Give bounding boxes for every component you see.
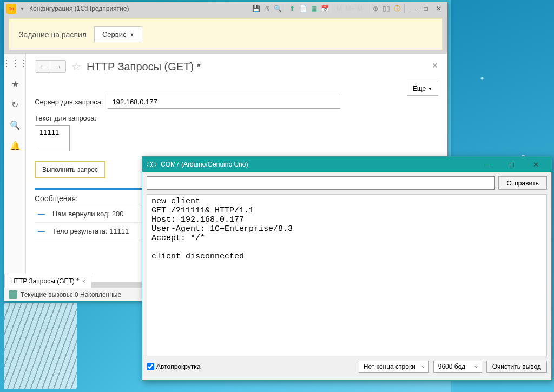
toolbar: 💾 🖨 🔍 ⬆ 📄 ▦ 📅 M M+ M- ⊕ ▯▯ ⓘ — □ ✕ <box>251 4 445 14</box>
autoscroll-checkbox[interactable]: Автопрокрутка <box>147 363 200 370</box>
baud-rate-wrap: 9600 бод <box>433 361 482 373</box>
server-label: Сервер для запроса: <box>35 98 103 106</box>
autoscroll-label: Автопрокрутка <box>156 363 200 370</box>
minimize-button[interactable]: — <box>477 158 499 171</box>
line-ending-wrap: Нет конца строки <box>359 361 429 373</box>
titlebar-1c[interactable]: 1c ▼ Конфигурация (1С:Предприятие) 💾 🖨 🔍… <box>4 2 447 15</box>
tab-bar: HTTP Запросы (GET) * × <box>4 274 91 288</box>
server-row: Сервер для запроса: <box>35 95 438 109</box>
nav-forward-button[interactable]: → <box>50 61 65 72</box>
serial-command-input[interactable] <box>147 176 495 190</box>
nav-back-button[interactable]: ← <box>35 61 50 72</box>
chevron-down-icon: ▼ <box>130 32 135 37</box>
tab-close-icon[interactable]: × <box>82 278 85 284</box>
minimize-button[interactable]: — <box>407 4 419 14</box>
more-button[interactable]: Еще ▼ <box>407 82 438 96</box>
history-icon[interactable]: ↻ <box>10 99 21 110</box>
compare-icon[interactable]: ⬆ <box>287 4 297 14</box>
yellow-header-bar: Задание на распил Сервис ▼ <box>9 18 443 50</box>
apps-grid-icon[interactable]: ⋮⋮⋮ <box>10 58 21 69</box>
dash-icon: — <box>38 210 45 218</box>
line-ending-select[interactable]: Нет конца строки <box>359 361 429 373</box>
zoom-icon[interactable]: ⊕ <box>371 4 380 14</box>
serial-selects: Нет конца строки 9600 бод Очистить вывод <box>359 361 547 373</box>
separator <box>285 4 285 13</box>
close-button[interactable]: ✕ <box>433 4 445 14</box>
separator <box>368 4 368 13</box>
notifications-bell-icon[interactable]: 🔔 <box>10 140 21 151</box>
text-input[interactable]: 11111 <box>35 125 70 151</box>
status-text: Текущие вызовы: 0 Накопленные <box>21 291 121 298</box>
separator <box>404 4 405 13</box>
memory-m-icon[interactable]: M <box>334 4 344 14</box>
serial-output[interactable]: new client GET /?11111& HTTP/1.1 Host: 1… <box>147 194 547 356</box>
left-toolbar: ⋮⋮⋮ ★ ↻ 🔍 🔔 <box>4 54 26 282</box>
window-arduino-serial: COM7 (Arduino/Genuino Uno) — □ ✕ Отправи… <box>142 156 552 381</box>
serial-input-row: Отправить <box>142 172 551 194</box>
serial-bottom-bar: Автопрокрутка Нет конца строки 9600 бод … <box>142 356 551 377</box>
separator <box>332 4 332 13</box>
titlebar-arduino[interactable]: COM7 (Arduino/Genuino Uno) — □ ✕ <box>142 157 551 172</box>
window-controls: — □ ✕ <box>477 158 547 171</box>
favorite-toggle-icon[interactable]: ☆ <box>71 60 81 73</box>
dash-icon: — <box>38 227 45 235</box>
tab-http-requests[interactable]: HTTP Запросы (GET) * × <box>4 274 91 288</box>
baud-rate-select[interactable]: 9600 бод <box>433 361 482 373</box>
status-indicator-icon <box>9 290 17 299</box>
window-title: Конфигурация (1С:Предприятие) <box>29 5 129 12</box>
clear-output-button[interactable]: Очистить вывод <box>486 361 547 373</box>
service-button[interactable]: Сервис ▼ <box>94 26 142 42</box>
nav-arrows: ← → <box>35 60 66 73</box>
execute-button[interactable]: Выполнить запрос <box>35 161 105 178</box>
arduino-logo-icon <box>147 161 156 168</box>
page-title: HTTP Запросы (GET) * <box>87 61 201 73</box>
arduino-title: COM7 (Arduino/Genuino Uno) <box>161 161 248 168</box>
divider <box>35 188 143 190</box>
maximize-button[interactable]: □ <box>500 158 523 171</box>
header-task-label: Задание на распил <box>19 30 87 39</box>
service-button-label: Сервис <box>102 30 127 38</box>
info-icon[interactable]: ⓘ <box>392 4 402 14</box>
text-label: Текст для запроса: <box>35 114 438 122</box>
panels-icon[interactable]: ▯▯ <box>381 4 391 14</box>
memory-mminus-icon[interactable]: M- <box>356 4 366 14</box>
chevron-down-icon: ▼ <box>428 87 432 91</box>
message-text: Тело результата: 11111 <box>52 227 129 235</box>
message-text: Нам вернули код: 200 <box>52 210 124 218</box>
calendar-icon[interactable]: 📅 <box>320 4 329 14</box>
autoscroll-input[interactable] <box>147 363 154 370</box>
favorite-star-icon[interactable]: ★ <box>10 78 21 89</box>
send-button[interactable]: Отправить <box>498 176 547 190</box>
tab-label: HTTP Запросы (GET) * <box>10 277 79 285</box>
memory-mplus-icon[interactable]: M+ <box>345 4 355 14</box>
calculator-icon[interactable]: ▦ <box>309 4 319 14</box>
background-hatching <box>4 303 77 389</box>
preview-icon[interactable]: 🔍 <box>273 4 282 14</box>
print-icon[interactable]: 🖨 <box>262 4 272 14</box>
export-icon[interactable]: 📄 <box>298 4 308 14</box>
app-menu-dropdown[interactable]: ▼ <box>18 6 26 11</box>
text-row: Текст для запроса: 11111 <box>35 114 438 154</box>
more-button-label: Еще <box>413 85 426 92</box>
search-icon[interactable]: 🔍 <box>10 119 21 130</box>
maximize-button[interactable]: □ <box>420 4 432 14</box>
content-header: ← → ☆ HTTP Запросы (GET) * <box>35 60 438 73</box>
close-button[interactable]: ✕ <box>524 158 547 171</box>
logo-1c-icon: 1c <box>6 4 16 14</box>
server-input[interactable] <box>108 95 340 109</box>
close-page-button[interactable]: ✕ <box>432 61 438 70</box>
save-icon[interactable]: 💾 <box>251 4 261 14</box>
